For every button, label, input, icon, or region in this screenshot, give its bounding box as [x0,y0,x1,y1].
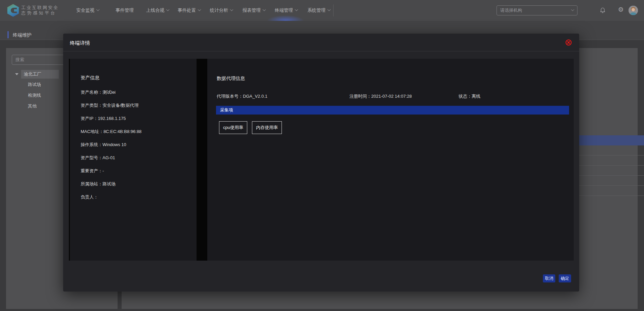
brand-title-line1: 工业互联网安全 [21,5,59,10]
agent-register-time-field: 注册时间：2021-07-02 14:07:28 [349,93,412,99]
asset-section-title: 资产信息 [81,75,99,81]
asset-field: 资产名称：测试lei [81,89,141,102]
asset-field: 重要资产：- [81,168,141,181]
nav-item-event-handling[interactable]: 事件处置 [178,7,201,13]
nav-item-security-monitoring[interactable]: 安全监视 [76,7,99,13]
chevron-down-icon [328,8,331,11]
modal-body: 资产信息 资产名称：测试lei 资产类型：安全设备/数据代理 资产IP：192.… [69,59,574,261]
organization-select-placeholder: 请选择机构 [500,7,522,13]
asset-field-list: 资产名称：测试lei 资产类型：安全设备/数据代理 资产IP：192.168.1… [81,89,141,207]
settings-gear-icon[interactable]: ⚙ [617,6,625,14]
nav-item-terminal-management[interactable]: 终端管理 [275,7,298,13]
asset-field: 所属场站：路试场 [81,181,141,194]
tree-node-child[interactable]: 检测线 [28,92,41,98]
chevron-down-icon [295,8,298,11]
nav-item-system-management[interactable]: 系统管理 [307,7,330,13]
chevron-down-icon [166,8,170,11]
chevron-down-icon [230,8,233,11]
brand-title: 工业互联网安全 态势感知平台 [21,5,59,16]
page-title-accent [7,31,9,38]
cancel-button[interactable]: 取消 [543,274,555,282]
user-avatar[interactable] [629,6,638,15]
organization-select[interactable]: 请选择机构 [497,5,577,15]
asset-field: MAC地址：8C:EC:4B:B8:96:88 [81,129,141,142]
tree-node-child[interactable]: 其他 [28,103,37,109]
tree-search-placeholder: 搜索 [15,57,24,63]
tree-root-label: 渝北工厂 [21,70,59,79]
asset-field: 负责人： [81,194,141,207]
chevron-down-icon [263,8,266,11]
data-agent-panel: 数据代理信息 代理版本号：DGA_V2.0.1 注册时间：2021-07-02 … [207,59,574,261]
confirm-button[interactable]: 确定 [559,274,571,282]
asset-field: 资产型号：AG-01 [81,155,141,168]
collection-items-header: 采集项 [216,106,569,115]
agent-section-title: 数据代理信息 [217,76,245,82]
modal-footer: 取消 确定 [543,274,571,282]
modal-title: 终端详情 [70,40,90,46]
close-icon[interactable] [565,39,572,46]
brand-title-line2: 态势感知平台 [21,10,59,16]
tree-expand-icon[interactable] [15,73,18,75]
page-title: 终端维护 [13,32,32,38]
chevron-down-icon [571,8,574,11]
nav-item-online-compliance[interactable]: 上线合规 [146,7,169,13]
main-nav: 安全监视 事件管理 上线合规 事件处置 统计分析 报表管理 终端管理 系统管理 [76,0,330,21]
app-screen: 工业互联网安全 态势感知平台 安全监视 事件管理 上线合规 事件处置 统计分析 … [0,0,644,311]
collection-item-cpu[interactable]: cpu使用率 [219,121,247,134]
asset-field: 资产IP：192.168.1.175 [81,116,141,129]
collection-item-list: cpu使用率 内存使用率 [219,121,282,134]
nav-item-statistics[interactable]: 统计分析 [210,7,233,13]
nav-item-report-management[interactable]: 报表管理 [243,7,265,13]
tree-node-child[interactable]: 路试场 [28,82,41,88]
top-header-bar: 工业互联网安全 态势感知平台 安全监视 事件管理 上线合规 事件处置 统计分析 … [0,0,644,21]
nav-item-event-management[interactable]: 事件管理 [116,7,134,13]
notification-bell-icon[interactable] [599,7,606,14]
agent-version-field: 代理版本号：DGA_V2.0.1 [217,93,267,99]
chevron-down-icon [96,8,100,11]
collection-item-memory[interactable]: 内存使用率 [252,121,282,134]
nav-divider [333,4,334,16]
modal-titlebar: 终端详情 [63,34,579,51]
agent-status-field: 状态：离线 [459,93,480,99]
asset-field: 资产类型：安全设备/数据代理 [81,102,141,116]
brand-logo-icon [7,4,19,17]
chevron-down-icon [198,8,201,11]
asset-field: 操作系统：Windows 10 [81,142,141,155]
asset-info-panel: 资产信息 资产名称：测试lei 资产类型：安全设备/数据代理 资产IP：192.… [70,59,197,261]
terminal-detail-modal: 终端详情 资产信息 资产名称：测试lei 资产类型：安全设备/数据代理 资产IP… [63,34,579,292]
